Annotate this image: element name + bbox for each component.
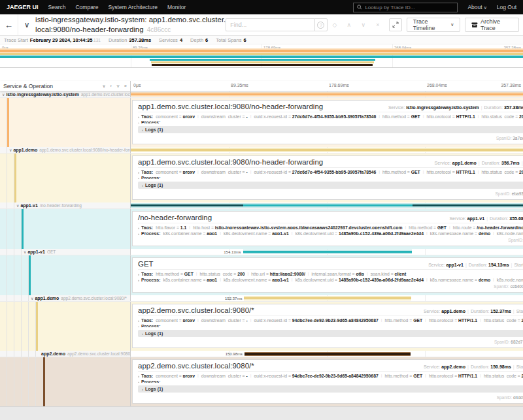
span-expand-chevron-icon[interactable]: ∨ [16, 203, 19, 208]
span-expand-chevron-icon[interactable]: ∨ [2, 92, 5, 97]
minimap-span-bar [150, 59, 375, 61]
fullscreen-button[interactable] [389, 18, 402, 31]
tag-key: downstream_cluster = [201, 114, 246, 118]
view-type-dropdown[interactable]: Trace Timeline∨ [407, 18, 461, 32]
tags-row[interactable]: ›Tags:component = proxy|downstream_clust… [138, 374, 523, 378]
back-button[interactable]: ← [0, 14, 18, 35]
span-detail-indent [0, 98, 131, 147]
span-service-name: app1-v1 [27, 250, 44, 254]
divider: | [196, 272, 197, 276]
span-bar[interactable] [131, 148, 523, 152]
logs-row[interactable]: ›Logs (1) [138, 330, 523, 337]
span-name-row[interactable]: ∨app1-v1GET154.13ms [0, 249, 523, 255]
span-detail-row: app1.demo.svc.cluster.local:9080/no-head… [0, 98, 523, 147]
span-expand-chevron-icon[interactable]: ∨ [31, 296, 33, 300]
span-bar-cell[interactable]: 150.98ms [131, 351, 523, 357]
tags-row[interactable]: ›Tags:component = proxy|downstream_clust… [138, 170, 523, 174]
span-name-cell[interactable]: app2.demoapp2.demo.svc.cluster.local:908… [0, 351, 131, 357]
process-row[interactable]: ›Process: [138, 324, 523, 328]
tag-value: 94dbc7ee-de92-9b23-9d65-a84842950687 [292, 374, 379, 378]
focus-match-icon[interactable]: ◇ [328, 22, 342, 28]
process-row-label: Process: [141, 120, 161, 124]
span-bar[interactable] [245, 352, 411, 356]
span-bar-cell[interactable] [131, 91, 523, 97]
indent-guide [0, 255, 7, 295]
nav-item-compare[interactable]: Compare [75, 4, 98, 10]
logs-row[interactable]: ›Logs (1) [138, 385, 523, 393]
nav-item-system-architecture[interactable]: System Architecture [108, 4, 158, 10]
tag-key: http.protocol = [426, 170, 456, 174]
span-id-row: SpanID: cc64007d2fdd5937❏ [138, 282, 523, 290]
logs-label: Logs (1) [145, 331, 163, 336]
span-detail-row: app2.demo.svc.cluster.local:9080/*Servic… [0, 302, 523, 351]
span-bar-cell[interactable]: 152.37ms [131, 295, 523, 301]
jaeger-logo[interactable]: JAEGER UI [7, 4, 39, 10]
span-name-cell[interactable]: ∨app1-v1GET [0, 249, 131, 255]
span-name-row[interactable]: app2.demoapp2.demo.svc.cluster.local:908… [0, 351, 523, 357]
span-detail-header: app1.demo.svc.cluster.local:9080/no-head… [138, 102, 523, 112]
span-name-cell[interactable]: ∨app1.demoapp1.demo.svc.cluster.local:90… [0, 147, 131, 153]
tag-key: guid:x-request-id = [254, 170, 292, 174]
tag-key: span.kind = [371, 272, 395, 276]
span-name-row[interactable]: ∨app1.demoapp2.demo.svc.cluster.local:90… [0, 295, 523, 302]
span-expand-chevron-icon[interactable]: ∨ [9, 148, 12, 152]
span-name-row[interactable]: ∨app1.demoapp1.demo.svc.cluster.local:90… [0, 147, 523, 153]
archive-trace-button[interactable]: Archive Trace [465, 18, 519, 32]
logs-row[interactable]: ›Logs (1) [138, 182, 523, 189]
span-detail-indent [0, 357, 131, 406]
span-bar[interactable] [243, 250, 413, 254]
tag-item: http.method = GET [382, 170, 420, 174]
span-bar-cell[interactable]: 154.13ms [131, 249, 523, 255]
process-row[interactable]: ›Process: [138, 380, 523, 383]
tags-row-label: Tags: [141, 272, 153, 276]
collapse-one-icon[interactable]: ∨ [102, 84, 105, 89]
trace-collapse-toggle[interactable]: ∨ [18, 20, 35, 29]
prev-match-icon[interactable]: ∧ [342, 22, 356, 28]
process-row[interactable]: ›Process: [138, 120, 523, 124]
expand-one-icon[interactable]: › [110, 84, 112, 89]
collapse-all-icon[interactable]: ⋎ [116, 84, 120, 89]
span-name-row[interactable]: ∨istio-ingressgateway.istio-systemapp1.d… [0, 91, 523, 98]
tag-value: - [246, 170, 247, 174]
span-id-value: 3a7eebbba0bfad9b [513, 136, 523, 140]
tag-item: guid:x-request-id = 27dc6d7e-4f54-9355-b… [254, 114, 376, 118]
indent-guide [29, 351, 36, 357]
nav-item-monitor[interactable]: Monitor [167, 4, 186, 10]
tag-value: GET [437, 225, 447, 229]
duration-value: 152.37ms [490, 309, 511, 314]
nav-item-about[interactable]: About∨ [467, 4, 486, 10]
nav-item-logout[interactable]: Log Out [497, 4, 516, 10]
next-match-icon[interactable]: ∨ [356, 22, 371, 28]
span-name-cell[interactable]: ∨app1-v1/no-header-forwarding [0, 202, 131, 208]
span-expand-chevron-icon[interactable]: ∨ [24, 250, 26, 254]
span-name-cell[interactable]: ∨app1.demoapp2.demo.svc.cluster.local:90… [0, 295, 131, 301]
process-row-label: Process: [141, 324, 161, 328]
clear-find-icon[interactable]: × [371, 22, 385, 28]
span-name-row[interactable]: ∨app1-v1/no-header-forwarding [0, 202, 523, 209]
expand-all-icon[interactable]: » [124, 84, 127, 89]
tags-row[interactable]: ›Tags:component = proxy|downstream_clust… [138, 114, 523, 118]
indent-guide [36, 357, 43, 406]
span-bar-self-time-overlay [413, 204, 523, 206]
tag-item: http.method = GET [382, 114, 420, 118]
logs-row[interactable]: ›Logs (1) [138, 126, 523, 133]
trace-minimap[interactable]: 0μs 89.35ms 178.69ms 268.04ms 357.38ms [0, 44, 523, 68]
span-bar-cell[interactable] [131, 202, 523, 208]
span-bar[interactable] [244, 296, 411, 300]
span-bar-cell[interactable] [131, 147, 523, 153]
nav-item-search[interactable]: Search [48, 4, 66, 10]
divider: | [481, 105, 482, 110]
find-help-button[interactable]: ? [314, 18, 328, 31]
tags-row[interactable]: ›Tags:http.method = GET|http.status_code… [138, 272, 523, 276]
span-service-name: app1.demo [13, 148, 37, 152]
find-input[interactable] [226, 18, 314, 31]
tag-value: GET [411, 114, 420, 118]
tags-row[interactable]: ›Tags:http.flavor = 1.1|http.host = isti… [138, 225, 523, 229]
process-row-label: Process: [141, 380, 161, 383]
span-name-cell[interactable]: ∨istio-ingressgateway.istio-systemapp1.d… [0, 91, 131, 97]
tags-row[interactable]: ›Tags:component = proxy|downstream_clust… [138, 318, 523, 322]
trace-id-search-input[interactable]: Lookup by Trace ID... [353, 3, 458, 12]
chevron-right-icon: › [138, 380, 139, 383]
process-row[interactable]: ›Process: [138, 176, 523, 180]
span-bar[interactable] [131, 92, 523, 97]
